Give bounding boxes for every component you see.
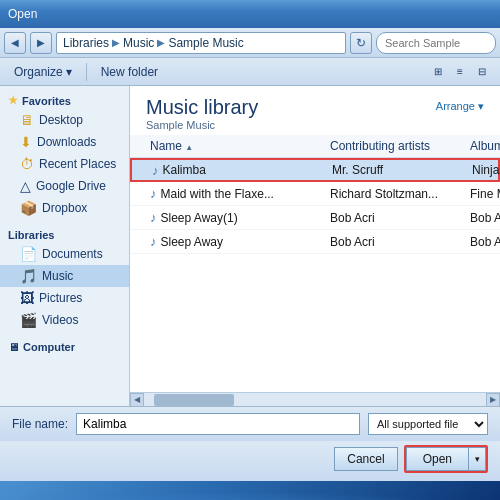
arrange-chevron-icon: ▾ <box>478 100 484 112</box>
google-drive-icon: △ <box>20 178 31 194</box>
column-header-name[interactable]: Name ▲ <box>146 135 326 157</box>
music-icon: 🎵 <box>20 268 37 284</box>
back-button[interactable]: ◀ <box>4 32 26 54</box>
search-input[interactable] <box>376 32 496 54</box>
downloads-icon: ⬇ <box>20 134 32 150</box>
table-row[interactable]: ♪ Kalimba Mr. Scruff Ninja Tuna <box>130 158 500 182</box>
table-row[interactable]: ♪ Sleep Away Bob Acri Bob Acri <box>130 230 500 254</box>
library-info: Music library Sample Music <box>146 96 258 131</box>
view-btn-1[interactable]: ⊞ <box>428 62 448 82</box>
table-row[interactable]: ♪ Sleep Away(1) Bob Acri Bob Acri <box>130 206 500 230</box>
bottom-bar: File name: All supported file <box>0 406 500 441</box>
sidebar-item-downloads[interactable]: ⬇ Downloads <box>0 131 129 153</box>
sidebar-item-recent-places[interactable]: ⏱ Recent Places <box>0 153 129 175</box>
library-title: Music library <box>146 96 258 119</box>
sidebar: ★ Favorites 🖥 Desktop ⬇ Downloads ⏱ Rece… <box>0 86 130 406</box>
path-chevron-2: ▶ <box>157 37 165 48</box>
path-chevron-1: ▶ <box>112 37 120 48</box>
title-bar: Open <box>0 0 500 28</box>
bg-wave <box>0 491 500 500</box>
sidebar-item-google-drive[interactable]: △ Google Drive <box>0 175 129 197</box>
organize-chevron-icon: ▾ <box>66 65 72 79</box>
favorites-header: ★ Favorites <box>0 90 129 109</box>
filename-label: File name: <box>12 417 68 431</box>
action-bar: Cancel Open ▾ <box>0 441 500 481</box>
file-artist-cell: Mr. Scruff <box>328 163 468 177</box>
open-button-container: Open ▾ <box>404 445 488 473</box>
file-name-cell: ♪ Sleep Away <box>146 234 326 249</box>
file-album-cell: Fine Music, Vol. 1 <box>466 187 500 201</box>
file-artist-cell: Bob Acri <box>326 235 466 249</box>
h-scroll-track[interactable] <box>144 393 486 406</box>
h-scroll-thumb[interactable] <box>154 394 234 406</box>
open-button[interactable]: Open <box>406 447 468 471</box>
view-btn-3[interactable]: ⊟ <box>472 62 492 82</box>
column-header-artists[interactable]: Contributing artists <box>326 135 466 157</box>
path-libraries: Libraries <box>63 36 109 50</box>
forward-button[interactable]: ▶ <box>30 32 52 54</box>
file-album-cell: Bob Acri <box>466 235 500 249</box>
open-dropdown-button[interactable]: ▾ <box>468 447 486 471</box>
refresh-button[interactable]: ↻ <box>350 32 372 54</box>
file-name-cell: ♪ Kalimba <box>148 163 328 178</box>
file-artist-cell: Bob Acri <box>326 211 466 225</box>
documents-icon: 📄 <box>20 246 37 262</box>
title-bar-text: Open <box>8 7 492 21</box>
cancel-button[interactable]: Cancel <box>334 447 397 471</box>
address-path[interactable]: Libraries ▶ Music ▶ Sample Music <box>56 32 346 54</box>
file-name-cell: ♪ Sleep Away(1) <box>146 210 326 225</box>
sidebar-item-videos[interactable]: 🎬 Videos <box>0 309 129 331</box>
filetype-select[interactable]: All supported file <box>368 413 488 435</box>
sidebar-item-desktop[interactable]: 🖥 Desktop <box>0 109 129 131</box>
videos-icon: 🎬 <box>20 312 37 328</box>
music-file-icon: ♪ <box>152 163 159 178</box>
music-file-icon: ♪ <box>150 210 157 225</box>
computer-header: 🖥 Computer <box>0 337 129 355</box>
file-name-cell: ♪ Maid with the Flaxe... <box>146 186 326 201</box>
pictures-icon: 🖼 <box>20 290 34 306</box>
toolbar-separator <box>86 63 87 81</box>
sidebar-item-music[interactable]: 🎵 Music <box>0 265 129 287</box>
computer-icon: 🖥 <box>8 341 19 353</box>
filename-input[interactable] <box>76 413 360 435</box>
library-subtitle: Sample Music <box>146 119 258 131</box>
address-bar: ◀ ▶ Libraries ▶ Music ▶ Sample Music ↻ <box>0 28 500 58</box>
recent-places-icon: ⏱ <box>20 156 34 172</box>
file-album-cell: Bob Acri <box>466 211 500 225</box>
dropbox-icon: 📦 <box>20 200 37 216</box>
main-area: ★ Favorites 🖥 Desktop ⬇ Downloads ⏱ Rece… <box>0 86 500 406</box>
horizontal-scrollbar[interactable]: ◀ ▶ <box>130 392 500 406</box>
sort-arrow-name: ▲ <box>185 143 193 152</box>
file-table: Name ▲ Contributing artists Album ♪ Kali… <box>130 135 500 392</box>
libraries-header: Libraries <box>0 225 129 243</box>
content-header: Music library Sample Music Arrange ▾ <box>130 86 500 135</box>
view-controls: ⊞ ≡ ⊟ <box>428 62 492 82</box>
arrange-button[interactable]: Arrange ▾ <box>436 96 484 113</box>
content-area: Music library Sample Music Arrange ▾ Nam… <box>130 86 500 406</box>
sidebar-item-documents[interactable]: 📄 Documents <box>0 243 129 265</box>
toolbar: Organize ▾ New folder ⊞ ≡ ⊟ <box>0 58 500 86</box>
column-header-album[interactable]: Album <box>466 135 500 157</box>
organize-button[interactable]: Organize ▾ <box>8 61 78 83</box>
sidebar-item-pictures[interactable]: 🖼 Pictures <box>0 287 129 309</box>
music-file-icon: ♪ <box>150 234 157 249</box>
file-album-cell: Ninja Tuna <box>468 163 500 177</box>
sidebar-item-dropbox[interactable]: 📦 Dropbox <box>0 197 129 219</box>
table-header: Name ▲ Contributing artists Album <box>130 135 500 158</box>
star-icon: ★ <box>8 94 18 107</box>
view-btn-2[interactable]: ≡ <box>450 62 470 82</box>
desktop-icon: 🖥 <box>20 112 34 128</box>
h-scroll-left-arrow[interactable]: ◀ <box>130 393 144 407</box>
table-row[interactable]: ♪ Maid with the Flaxe... Richard Stoltzm… <box>130 182 500 206</box>
open-dropdown-icon: ▾ <box>475 454 480 464</box>
new-folder-button[interactable]: New folder <box>95 61 164 83</box>
path-music: Music <box>123 36 154 50</box>
new-folder-label: New folder <box>101 65 158 79</box>
path-sample-music: Sample Music <box>168 36 243 50</box>
organize-label: Organize <box>14 65 63 79</box>
file-artist-cell: Richard Stoltzman... <box>326 187 466 201</box>
background-decoration <box>0 481 500 500</box>
h-scroll-right-arrow[interactable]: ▶ <box>486 393 500 407</box>
music-file-icon: ♪ <box>150 186 157 201</box>
